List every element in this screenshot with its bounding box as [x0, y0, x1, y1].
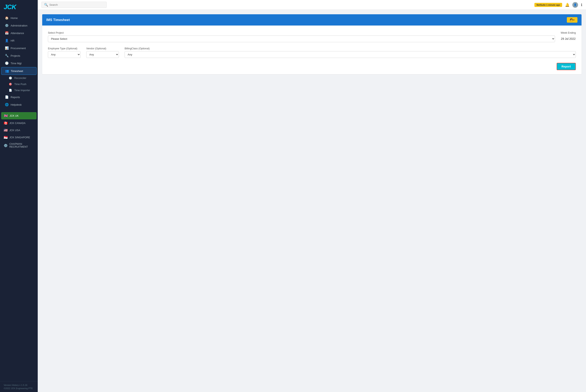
form-row-2: Employee Type (Optional) Any Vendor (Opt…	[48, 47, 576, 58]
sidebar-item-hr-label: HR	[10, 39, 14, 42]
topbar: 🔍 NetSuite 1 minute ago 🔔 👤 ℹ	[38, 0, 586, 10]
administration-icon: ⚙️	[5, 24, 8, 27]
sidebar-item-administration-label: Administration	[10, 24, 27, 27]
sidebar-item-time-mgt-label: Time Mgt	[10, 62, 21, 65]
org-switcher: 🇬🇧 JCK UK 🇨🇦 JCK CANADA 🇺🇸 JCK USA 🇸🇬 JC…	[0, 110, 38, 152]
sidebar-item-helpdesk[interactable]: 🌐 Helpdesk	[1, 101, 36, 108]
week-ending-group: Week Ending 29 Jul 2022	[561, 32, 576, 40]
sidebar-item-reconciler-label: Reconciler	[14, 77, 26, 80]
sidebar-item-home-label: Home	[10, 16, 18, 20]
form-row-1: Select Project Please Select Week Ending…	[48, 32, 576, 42]
search-bar[interactable]: 🔍	[41, 2, 107, 8]
time-mgt-icon: 🕐	[5, 62, 8, 65]
sidebar-item-procurement-label: Procurement	[10, 47, 26, 50]
sidebar-item-helpdesk-label: Helpdesk	[10, 103, 21, 106]
helpdesk-icon: 🌐	[5, 103, 8, 106]
search-input[interactable]	[49, 3, 104, 6]
procurement-icon: 📊	[5, 46, 8, 50]
org-jck-canada-label: JCK CANADA	[9, 122, 25, 124]
timesheet-icon: 👥	[5, 69, 9, 73]
org-jck-singapore[interactable]: 🇸🇬 JCK SINGAPORE	[1, 134, 36, 141]
vendor-dropdown[interactable]: Any	[86, 51, 119, 58]
org-chapman-label: CHAPMAN RECRUITMENT	[9, 142, 34, 148]
org-jck-singapore-label: JCK SINGAPORE	[9, 136, 30, 139]
sidebar-item-time-importer[interactable]: 📄 Time Importer	[1, 87, 36, 93]
topbar-right: NetSuite 1 minute ago 🔔 👤 ℹ	[535, 2, 582, 8]
sidebar-item-time-push[interactable]: 🎯 Time Push	[1, 81, 36, 87]
content-area: IMS Timesheet 🧑+ Select Project Please S…	[38, 10, 586, 392]
jck-singapore-flag: 🇸🇬	[4, 136, 8, 139]
add-button[interactable]: 🧑+	[567, 17, 578, 23]
sidebar-item-hr[interactable]: 👤 HR	[1, 37, 36, 44]
sidebar-item-home[interactable]: 🏠 Home	[1, 14, 36, 22]
sidebar-item-time-push-label: Time Push	[14, 83, 26, 86]
sidebar-footer: Version History v 1.5.16 ©2022 JCK Engin…	[0, 381, 38, 392]
week-ending-date: 29 Jul 2022	[561, 37, 576, 40]
main-nav: 🏠 Home ⚙️ Administration 📅 Attendance 👤 …	[0, 13, 38, 109]
jck-canada-flag: 🇨🇦	[4, 121, 8, 125]
report-button[interactable]: Report	[557, 63, 576, 70]
hr-icon: 👤	[5, 39, 8, 42]
billing-class-label: BillingClass (Optional)	[125, 47, 576, 50]
billing-class-dropdown[interactable]: Any	[125, 51, 576, 58]
avatar[interactable]: 👤	[572, 2, 578, 8]
info-icon[interactable]: ℹ	[581, 3, 582, 7]
reports-icon: 📄	[5, 95, 8, 99]
sidebar-logo: JCK	[0, 0, 38, 13]
report-btn-row: Report	[48, 63, 576, 70]
sidebar-item-reports-label: Reports	[10, 96, 20, 99]
time-push-icon: 🎯	[8, 82, 12, 86]
main-area: 🔍 NetSuite 1 minute ago 🔔 👤 ℹ IMS Timesh…	[38, 0, 586, 392]
sidebar-item-reports[interactable]: 📄 Reports	[1, 94, 36, 101]
sidebar-item-timesheet[interactable]: 👥 Timesheet	[1, 67, 36, 75]
week-ending-label: Week Ending	[561, 32, 576, 34]
sidebar-item-projects-label: Projects	[10, 54, 20, 57]
sidebar-item-time-mgt[interactable]: 🕐 Time Mgt	[1, 60, 36, 67]
select-project-dropdown[interactable]: Please Select	[48, 36, 555, 42]
form-area: Select Project Please Select Week Ending…	[42, 26, 582, 74]
sidebar-item-reconciler[interactable]: 🕐 Reconciler	[1, 75, 36, 81]
org-jck-canada[interactable]: 🇨🇦 JCK CANADA	[1, 120, 36, 126]
org-jck-usa[interactable]: 🇺🇸 JCK USA	[1, 127, 36, 134]
vendor-label: Vendor (Optional)	[86, 47, 119, 50]
page-title: IMS Timesheet	[46, 18, 70, 22]
employee-type-label: Employee Type (Optional)	[48, 47, 80, 50]
org-jck-uk-label: JCK UK	[9, 114, 18, 117]
employee-type-dropdown[interactable]: Any	[48, 51, 80, 58]
org-jck-uk[interactable]: 🇬🇧 JCK UK	[1, 112, 36, 119]
projects-icon: 🔧	[5, 54, 8, 58]
page-header: IMS Timesheet 🧑+	[42, 14, 582, 26]
billing-class-group: BillingClass (Optional) Any	[125, 47, 576, 58]
select-project-group: Select Project Please Select	[48, 32, 555, 42]
chapman-flag: ⚙️	[4, 144, 8, 148]
sidebar-item-administration[interactable]: ⚙️ Administration	[1, 22, 36, 29]
sidebar-item-timesheet-label: Timesheet	[11, 70, 23, 72]
sidebar-item-time-importer-label: Time Importer	[14, 89, 30, 92]
vendor-group: Vendor (Optional) Any	[86, 47, 119, 58]
select-project-label: Select Project	[48, 32, 555, 34]
sidebar-item-projects[interactable]: 🔧 Projects	[1, 52, 36, 59]
reconciler-icon: 🕐	[8, 76, 12, 80]
sidebar-item-attendance-label: Attendance	[10, 32, 24, 35]
attendance-icon: 📅	[5, 31, 8, 35]
version-label: Version History v 1.5.16	[4, 384, 34, 386]
netsuite-badge: NetSuite 1 minute ago	[535, 3, 562, 7]
bell-icon[interactable]: 🔔	[565, 3, 570, 7]
search-icon: 🔍	[44, 3, 48, 7]
employee-type-group: Employee Type (Optional) Any	[48, 47, 80, 58]
home-icon: 🏠	[5, 16, 8, 20]
org-jck-usa-label: JCK USA	[9, 129, 20, 132]
copyright-label: ©2022 JCK Engineering PTE	[4, 387, 34, 390]
sidebar-item-attendance[interactable]: 📅 Attendance	[1, 29, 36, 37]
jck-uk-flag: 🇬🇧	[4, 114, 8, 118]
org-chapman[interactable]: ⚙️ CHAPMAN RECRUITMENT	[1, 141, 36, 150]
sidebar: JCK 🏠 Home ⚙️ Administration 📅 Attendanc…	[0, 0, 38, 392]
logo-text: JCK	[4, 3, 16, 10]
time-importer-icon: 📄	[8, 89, 12, 92]
page-card: IMS Timesheet 🧑+ Select Project Please S…	[42, 14, 582, 74]
jck-usa-flag: 🇺🇸	[4, 128, 8, 132]
sidebar-item-procurement[interactable]: 📊 Procurement	[1, 44, 36, 52]
